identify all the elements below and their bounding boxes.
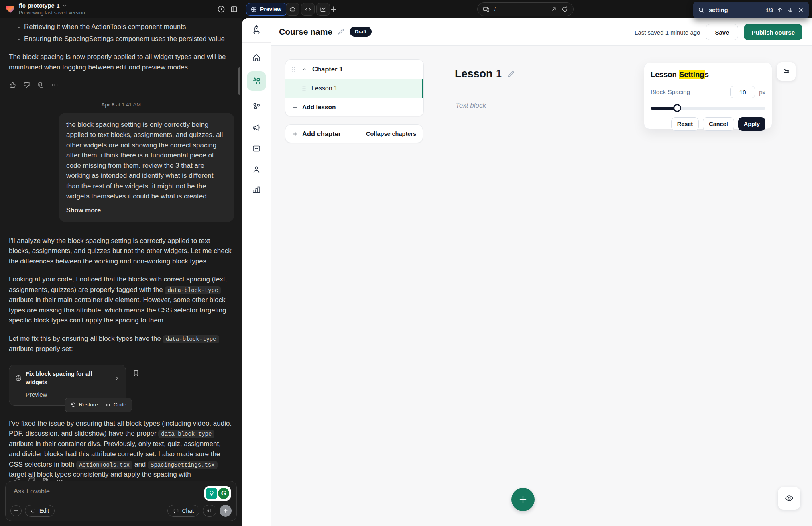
user-message-bubble: the block spacing setting is only correc… — [59, 113, 234, 222]
voice-input-button[interactable] — [203, 505, 216, 517]
lovable-heart-logo-icon — [5, 4, 16, 14]
collapse-chapters-button[interactable]: Collapse chapters — [366, 130, 416, 137]
search-next-icon[interactable] — [787, 6, 794, 14]
slider-thumb[interactable] — [673, 104, 681, 112]
edit-course-title-icon[interactable] — [337, 28, 345, 35]
project-name-menu[interactable]: flc-prototype-1 — [19, 2, 67, 9]
cloud-icon — [289, 6, 297, 13]
chapter-header-row[interactable]: Chapter 1 — [285, 60, 423, 79]
preview-mode-button[interactable]: Preview — [246, 3, 287, 16]
chat-input-toolbar: Edit Chat — [10, 505, 232, 517]
rail-divider — [242, 42, 271, 43]
add-block-fab[interactable] — [511, 488, 535, 511]
route-path[interactable]: / — [494, 6, 546, 12]
eye-icon — [784, 493, 794, 503]
preview-toggle-button[interactable] — [778, 487, 800, 510]
search-prev-icon[interactable] — [776, 6, 784, 14]
chat-bubble-icon — [173, 508, 179, 514]
drag-handle-icon[interactable] — [301, 85, 307, 92]
save-button[interactable]: Save — [706, 24, 738, 40]
sidebar-item-inbox[interactable] — [252, 144, 261, 153]
reset-button[interactable]: Reset — [671, 117, 699, 131]
block-spacing-row: Block Spacing px — [651, 86, 765, 98]
chapter-title: Chapter 1 — [312, 65, 343, 73]
page: flc-prototype-1 Previewing last saved ve… — [0, 0, 812, 526]
edit-mode-button[interactable]: Edit — [25, 505, 55, 517]
restore-button[interactable]: Restore — [70, 401, 98, 409]
add-lesson-button[interactable]: Add lesson — [285, 98, 423, 116]
chat-input-card: G Edit Chat — [5, 481, 237, 521]
analytics-button[interactable] — [316, 3, 330, 16]
inline-code: ActionTools.tsx — [76, 461, 132, 469]
open-external-icon[interactable] — [550, 6, 557, 13]
search-icon — [698, 6, 705, 14]
draft-status-badge: Draft — [350, 27, 372, 37]
chevron-right-icon — [114, 375, 120, 381]
history-icon[interactable] — [217, 5, 226, 14]
chat-mode-button[interactable]: Chat — [167, 505, 199, 517]
block-spacing-unit: px — [759, 89, 765, 96]
assistant-paragraph-1: I'll analyze why the block spacing setti… — [9, 236, 232, 267]
sliders-icon — [782, 67, 790, 75]
cancel-button[interactable]: Cancel — [703, 117, 734, 131]
block-spacing-slider[interactable] — [651, 104, 765, 112]
top-bar: flc-prototype-1 Previewing last saved ve… — [0, 0, 812, 18]
grammarly-badge[interactable]: G — [204, 486, 231, 501]
bullet-item: Retrieving it when the ActionTools compo… — [24, 22, 233, 32]
chevron-up-icon[interactable] — [301, 66, 307, 73]
lesson-title: Lesson 1 — [311, 85, 338, 92]
sidebar-item-courses-active[interactable] — [247, 71, 266, 91]
sidebar-item-community[interactable] — [252, 101, 261, 111]
code-button[interactable]: Code — [105, 401, 126, 409]
panel-layout-icon[interactable] — [230, 5, 238, 14]
chat-scroll-area[interactable]: Retrieving it when the ActionTools compo… — [0, 18, 242, 479]
edit-lesson-title-icon[interactable] — [507, 70, 515, 78]
settings-toggle-button[interactable] — [777, 62, 796, 81]
device-responsive-icon[interactable] — [482, 6, 490, 13]
chat-message-input[interactable] — [13, 487, 147, 495]
version-card[interactable]: Fix block spacing for all widgets Previe… — [9, 365, 126, 406]
sidebar-item-analytics[interactable] — [252, 185, 261, 194]
text-segment: Let me fix this by ensuring all block ty… — [9, 335, 163, 343]
sidebar-item-home[interactable] — [252, 53, 261, 63]
text-segment: attribute properly set: — [9, 345, 73, 353]
grammarly-bulb-icon — [206, 488, 217, 499]
drag-handle-icon[interactable] — [291, 66, 296, 73]
block-spacing-value-input[interactable] — [730, 86, 755, 98]
show-more-link[interactable]: Show more — [66, 206, 227, 215]
lesson-row-selected[interactable]: Lesson 1 — [285, 79, 423, 98]
code-view-button[interactable] — [301, 3, 315, 16]
course-title: Course name — [279, 27, 332, 37]
deploy-cloud-button[interactable] — [286, 3, 299, 16]
copy-icon[interactable] — [37, 81, 45, 89]
text-segment: and — [132, 461, 148, 468]
assistant-bullet-list: Retrieving it when the ActionTools compo… — [9, 22, 233, 44]
preview-address-bar[interactable]: / — [477, 2, 574, 16]
assistant-paragraph-3: Let me fix this by ensuring all block ty… — [9, 334, 232, 354]
bookmark-icon[interactable] — [132, 369, 140, 377]
globe-icon — [250, 6, 257, 13]
add-chapter-card: Add chapter Collapse chapters — [285, 124, 423, 143]
thumbs-down-icon[interactable] — [23, 81, 31, 89]
sidebar-item-announcements[interactable] — [252, 123, 261, 133]
project-name: flc-prototype-1 — [19, 2, 60, 9]
add-tab-button[interactable] — [329, 5, 338, 14]
chat-scrollbar-thumb[interactable] — [238, 67, 240, 95]
text-block-placeholder[interactable]: Text block — [456, 102, 486, 110]
search-close-icon[interactable] — [797, 6, 804, 14]
inline-code: SpacingSettings.tsx — [148, 461, 218, 469]
sidebar-item-profile[interactable] — [252, 165, 261, 174]
inline-code: data-block-type — [165, 286, 221, 294]
attach-button[interactable] — [10, 505, 22, 516]
apply-button[interactable]: Apply — [738, 117, 765, 131]
block-spacing-label: Block Spacing — [651, 88, 730, 96]
refresh-icon[interactable] — [561, 6, 568, 13]
publish-course-button[interactable]: Publish course — [744, 24, 802, 40]
search-input[interactable] — [708, 6, 763, 14]
more-options-icon[interactable] — [51, 81, 59, 89]
find-in-page-bar: 1/3 — [693, 2, 809, 18]
add-chapter-button[interactable]: Add chapter — [292, 130, 366, 138]
thumbs-up-icon[interactable] — [9, 81, 16, 89]
send-message-button[interactable] — [220, 505, 232, 517]
plus-icon — [292, 130, 298, 137]
